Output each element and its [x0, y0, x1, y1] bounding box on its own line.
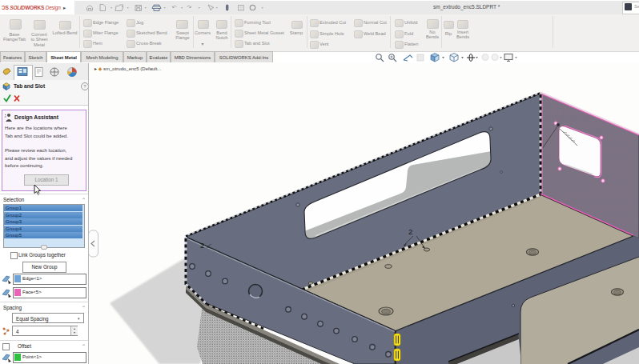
- svg-text:2: 2: [200, 242, 204, 250]
- svg-text:2: 2: [408, 227, 412, 236]
